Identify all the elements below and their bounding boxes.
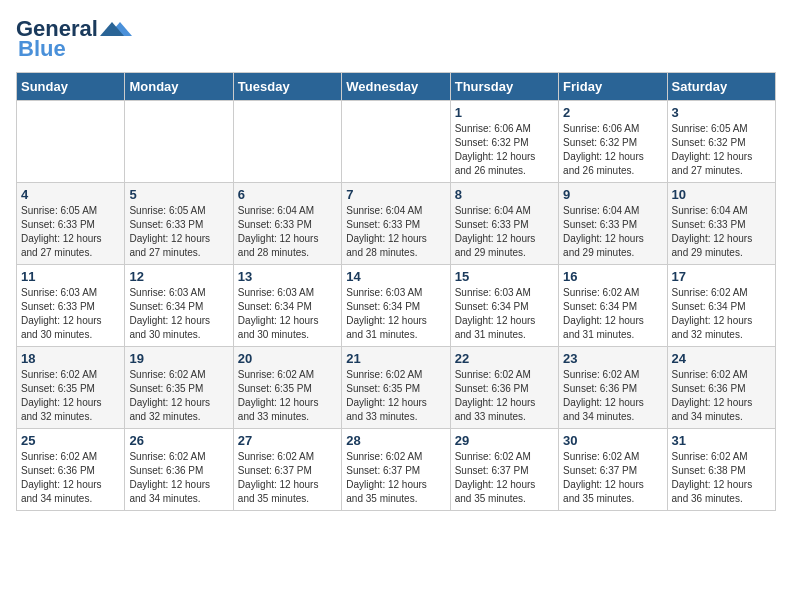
calendar-cell: 11Sunrise: 6:03 AM Sunset: 6:33 PM Dayli… xyxy=(17,265,125,347)
calendar-cell: 6Sunrise: 6:04 AM Sunset: 6:33 PM Daylig… xyxy=(233,183,341,265)
logo: General Blue xyxy=(16,16,132,62)
day-info: Sunrise: 6:02 AM Sunset: 6:37 PM Dayligh… xyxy=(455,450,554,506)
calendar-cell: 16Sunrise: 6:02 AM Sunset: 6:34 PM Dayli… xyxy=(559,265,667,347)
calendar-cell: 4Sunrise: 6:05 AM Sunset: 6:33 PM Daylig… xyxy=(17,183,125,265)
day-number: 2 xyxy=(563,105,662,120)
day-number: 14 xyxy=(346,269,445,284)
calendar-cell: 28Sunrise: 6:02 AM Sunset: 6:37 PM Dayli… xyxy=(342,429,450,511)
logo-icon xyxy=(100,18,132,40)
day-number: 21 xyxy=(346,351,445,366)
day-number: 19 xyxy=(129,351,228,366)
day-number: 24 xyxy=(672,351,771,366)
day-info: Sunrise: 6:02 AM Sunset: 6:37 PM Dayligh… xyxy=(346,450,445,506)
calendar-cell: 24Sunrise: 6:02 AM Sunset: 6:36 PM Dayli… xyxy=(667,347,775,429)
day-info: Sunrise: 6:05 AM Sunset: 6:33 PM Dayligh… xyxy=(129,204,228,260)
calendar-cell xyxy=(125,101,233,183)
calendar-cell: 13Sunrise: 6:03 AM Sunset: 6:34 PM Dayli… xyxy=(233,265,341,347)
day-info: Sunrise: 6:06 AM Sunset: 6:32 PM Dayligh… xyxy=(455,122,554,178)
day-number: 7 xyxy=(346,187,445,202)
calendar-cell: 7Sunrise: 6:04 AM Sunset: 6:33 PM Daylig… xyxy=(342,183,450,265)
day-info: Sunrise: 6:02 AM Sunset: 6:35 PM Dayligh… xyxy=(129,368,228,424)
day-number: 17 xyxy=(672,269,771,284)
day-info: Sunrise: 6:04 AM Sunset: 6:33 PM Dayligh… xyxy=(455,204,554,260)
day-info: Sunrise: 6:02 AM Sunset: 6:36 PM Dayligh… xyxy=(129,450,228,506)
day-number: 16 xyxy=(563,269,662,284)
calendar-cell: 14Sunrise: 6:03 AM Sunset: 6:34 PM Dayli… xyxy=(342,265,450,347)
calendar-cell: 20Sunrise: 6:02 AM Sunset: 6:35 PM Dayli… xyxy=(233,347,341,429)
day-number: 18 xyxy=(21,351,120,366)
calendar-cell xyxy=(17,101,125,183)
calendar-cell: 3Sunrise: 6:05 AM Sunset: 6:32 PM Daylig… xyxy=(667,101,775,183)
calendar-cell: 15Sunrise: 6:03 AM Sunset: 6:34 PM Dayli… xyxy=(450,265,558,347)
logo-blue: Blue xyxy=(18,36,66,62)
calendar-cell: 26Sunrise: 6:02 AM Sunset: 6:36 PM Dayli… xyxy=(125,429,233,511)
calendar-cell: 21Sunrise: 6:02 AM Sunset: 6:35 PM Dayli… xyxy=(342,347,450,429)
day-number: 5 xyxy=(129,187,228,202)
day-number: 13 xyxy=(238,269,337,284)
day-number: 1 xyxy=(455,105,554,120)
day-info: Sunrise: 6:02 AM Sunset: 6:36 PM Dayligh… xyxy=(563,368,662,424)
day-number: 25 xyxy=(21,433,120,448)
day-number: 26 xyxy=(129,433,228,448)
calendar-cell: 25Sunrise: 6:02 AM Sunset: 6:36 PM Dayli… xyxy=(17,429,125,511)
day-info: Sunrise: 6:03 AM Sunset: 6:34 PM Dayligh… xyxy=(129,286,228,342)
day-number: 22 xyxy=(455,351,554,366)
day-info: Sunrise: 6:06 AM Sunset: 6:32 PM Dayligh… xyxy=(563,122,662,178)
calendar-cell: 10Sunrise: 6:04 AM Sunset: 6:33 PM Dayli… xyxy=(667,183,775,265)
day-info: Sunrise: 6:04 AM Sunset: 6:33 PM Dayligh… xyxy=(346,204,445,260)
day-info: Sunrise: 6:02 AM Sunset: 6:37 PM Dayligh… xyxy=(238,450,337,506)
day-number: 12 xyxy=(129,269,228,284)
day-info: Sunrise: 6:02 AM Sunset: 6:36 PM Dayligh… xyxy=(672,368,771,424)
calendar-cell: 31Sunrise: 6:02 AM Sunset: 6:38 PM Dayli… xyxy=(667,429,775,511)
day-info: Sunrise: 6:03 AM Sunset: 6:34 PM Dayligh… xyxy=(238,286,337,342)
calendar-cell: 17Sunrise: 6:02 AM Sunset: 6:34 PM Dayli… xyxy=(667,265,775,347)
weekday-header-friday: Friday xyxy=(559,73,667,101)
day-info: Sunrise: 6:04 AM Sunset: 6:33 PM Dayligh… xyxy=(672,204,771,260)
day-info: Sunrise: 6:02 AM Sunset: 6:38 PM Dayligh… xyxy=(672,450,771,506)
day-number: 27 xyxy=(238,433,337,448)
day-info: Sunrise: 6:02 AM Sunset: 6:37 PM Dayligh… xyxy=(563,450,662,506)
day-number: 9 xyxy=(563,187,662,202)
weekday-header-sunday: Sunday xyxy=(17,73,125,101)
calendar-cell: 23Sunrise: 6:02 AM Sunset: 6:36 PM Dayli… xyxy=(559,347,667,429)
day-info: Sunrise: 6:04 AM Sunset: 6:33 PM Dayligh… xyxy=(238,204,337,260)
calendar-cell: 9Sunrise: 6:04 AM Sunset: 6:33 PM Daylig… xyxy=(559,183,667,265)
calendar-cell: 19Sunrise: 6:02 AM Sunset: 6:35 PM Dayli… xyxy=(125,347,233,429)
calendar-cell: 8Sunrise: 6:04 AM Sunset: 6:33 PM Daylig… xyxy=(450,183,558,265)
day-info: Sunrise: 6:02 AM Sunset: 6:36 PM Dayligh… xyxy=(21,450,120,506)
day-number: 6 xyxy=(238,187,337,202)
calendar-cell: 2Sunrise: 6:06 AM Sunset: 6:32 PM Daylig… xyxy=(559,101,667,183)
day-number: 31 xyxy=(672,433,771,448)
day-number: 8 xyxy=(455,187,554,202)
day-number: 3 xyxy=(672,105,771,120)
calendar-cell: 22Sunrise: 6:02 AM Sunset: 6:36 PM Dayli… xyxy=(450,347,558,429)
calendar-table: SundayMondayTuesdayWednesdayThursdayFrid… xyxy=(16,72,776,511)
day-info: Sunrise: 6:05 AM Sunset: 6:32 PM Dayligh… xyxy=(672,122,771,178)
day-number: 11 xyxy=(21,269,120,284)
day-number: 20 xyxy=(238,351,337,366)
calendar-cell xyxy=(233,101,341,183)
calendar-cell: 27Sunrise: 6:02 AM Sunset: 6:37 PM Dayli… xyxy=(233,429,341,511)
day-info: Sunrise: 6:03 AM Sunset: 6:34 PM Dayligh… xyxy=(455,286,554,342)
day-info: Sunrise: 6:02 AM Sunset: 6:34 PM Dayligh… xyxy=(672,286,771,342)
day-info: Sunrise: 6:02 AM Sunset: 6:35 PM Dayligh… xyxy=(21,368,120,424)
day-number: 23 xyxy=(563,351,662,366)
day-number: 4 xyxy=(21,187,120,202)
weekday-header-saturday: Saturday xyxy=(667,73,775,101)
day-number: 10 xyxy=(672,187,771,202)
day-number: 29 xyxy=(455,433,554,448)
calendar-cell: 30Sunrise: 6:02 AM Sunset: 6:37 PM Dayli… xyxy=(559,429,667,511)
weekday-header-tuesday: Tuesday xyxy=(233,73,341,101)
calendar-cell: 1Sunrise: 6:06 AM Sunset: 6:32 PM Daylig… xyxy=(450,101,558,183)
weekday-header-monday: Monday xyxy=(125,73,233,101)
calendar-cell xyxy=(342,101,450,183)
day-number: 15 xyxy=(455,269,554,284)
day-number: 28 xyxy=(346,433,445,448)
calendar-cell: 29Sunrise: 6:02 AM Sunset: 6:37 PM Dayli… xyxy=(450,429,558,511)
page-header: General Blue xyxy=(16,16,776,62)
day-info: Sunrise: 6:02 AM Sunset: 6:35 PM Dayligh… xyxy=(346,368,445,424)
day-info: Sunrise: 6:02 AM Sunset: 6:35 PM Dayligh… xyxy=(238,368,337,424)
weekday-header-thursday: Thursday xyxy=(450,73,558,101)
day-number: 30 xyxy=(563,433,662,448)
day-info: Sunrise: 6:05 AM Sunset: 6:33 PM Dayligh… xyxy=(21,204,120,260)
